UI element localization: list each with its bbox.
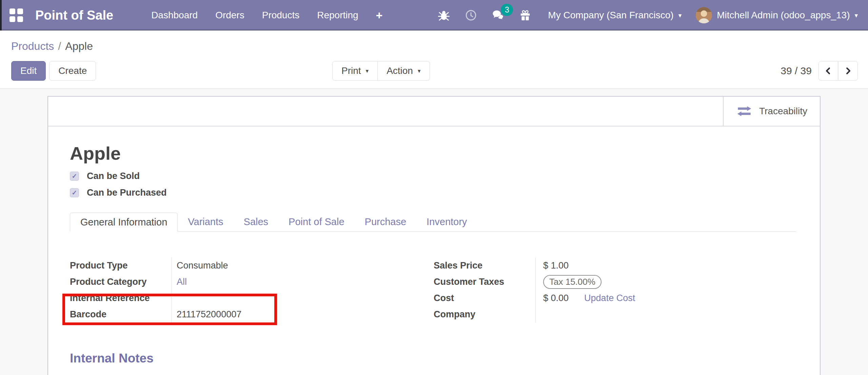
control-panel: Products/Apple Edit Create Print ▾ Actio… — [0, 31, 868, 89]
company-switcher[interactable]: My Company (San Francisco) ▾ — [548, 10, 682, 21]
can-be-sold-row: ✓ Can be Sold — [70, 168, 796, 184]
app-brand[interactable]: Point of Sale — [35, 8, 113, 23]
field-value-product-category-link[interactable]: All — [177, 277, 187, 287]
plus-menu-icon[interactable]: + — [376, 9, 383, 22]
check-icon: ✓ — [72, 172, 77, 180]
product-title: Apple — [70, 142, 796, 164]
user-name: Mitchell Admin (odoo_apps_13) — [717, 10, 850, 21]
can-be-purchased-row: ✓ Can be Purchased — [70, 184, 796, 201]
print-dropdown[interactable]: Print ▾ — [332, 61, 378, 81]
topbar-right: 3 My Company (San Francisco) ▾ — [438, 7, 858, 23]
form-sheet: Apple ✓ Can be Sold ✓ Can be Purchased G… — [48, 126, 820, 366]
checkbox-label: Can be Purchased — [87, 188, 167, 198]
notebook-tabs: General Information Variants Sales Point… — [70, 213, 796, 232]
tab-point-of-sale[interactable]: Point of Sale — [278, 213, 354, 231]
field-label-product-category: Product Category — [70, 274, 171, 290]
field-value-sales-price: $ 1.00 — [535, 257, 796, 274]
messages-button[interactable]: 3 — [492, 9, 504, 21]
content-area: Traceability Apple ✓ Can be Sold ✓ Can b… — [0, 89, 868, 375]
clock-icon[interactable] — [465, 9, 477, 21]
right-field-group: Sales Price $ 1.00 Customer Taxes Tax 15… — [434, 257, 796, 322]
control-buttons-row: Edit Create — [11, 61, 858, 81]
breadcrumb-products-link[interactable]: Products — [11, 40, 54, 52]
field-label-barcode: Barcode — [70, 306, 171, 322]
swap-arrows-icon — [736, 105, 752, 117]
pager-previous-button[interactable] — [818, 61, 838, 81]
message-count-badge: 3 — [501, 4, 513, 16]
field-label-company: Company — [434, 306, 535, 322]
tab-purchase[interactable]: Purchase — [355, 213, 417, 231]
apps-menu-icon[interactable] — [9, 8, 23, 22]
caret-down-icon: ▾ — [678, 12, 682, 19]
menu-reporting[interactable]: Reporting — [317, 10, 358, 21]
tab-sales[interactable]: Sales — [234, 213, 279, 231]
field-groups: Product Type Consumable Product Category… — [70, 257, 796, 322]
topbar: Point of Sale Dashboard Orders Products … — [0, 0, 868, 31]
gift-icon[interactable] — [519, 9, 531, 21]
chevron-left-icon — [824, 67, 832, 75]
field-label-internal-reference: Internal Reference — [70, 290, 171, 306]
field-value-company — [535, 306, 796, 322]
field-label-sales-price: Sales Price — [434, 257, 535, 274]
checkbox-can-be-sold[interactable]: ✓ — [70, 172, 79, 181]
field-value-product-type: Consumable — [171, 257, 434, 274]
left-field-group: Product Type Consumable Product Category… — [70, 257, 434, 322]
caret-down-icon: ▾ — [854, 12, 858, 19]
menu-dashboard[interactable]: Dashboard — [151, 10, 198, 21]
bug-icon[interactable] — [438, 9, 450, 21]
menu-orders[interactable]: Orders — [215, 10, 244, 21]
print-action-group: Print ▾ Action ▾ — [332, 61, 430, 81]
pager: 39 / 39 — [781, 61, 858, 81]
breadcrumb-current: Apple — [65, 40, 93, 52]
tab-variants[interactable]: Variants — [178, 213, 233, 231]
tab-inventory[interactable]: Inventory — [416, 213, 477, 231]
breadcrumb: Products/Apple — [11, 39, 858, 54]
field-value-cost: $ 0.00 — [543, 293, 569, 303]
menu-products[interactable]: Products — [262, 10, 300, 21]
breadcrumb-separator: / — [58, 40, 61, 52]
system-icons: 3 — [438, 9, 531, 21]
checkbox-label: Can be Sold — [87, 171, 140, 181]
avatar — [696, 7, 712, 23]
traceability-button[interactable]: Traceability — [723, 97, 820, 126]
update-cost-link[interactable]: Update Cost — [584, 293, 635, 303]
tax-tag: Tax 15.00% — [543, 275, 601, 289]
field-label-product-type: Product Type — [70, 257, 171, 274]
chevron-right-icon — [844, 67, 852, 75]
window-edge-strip — [0, 0, 2, 31]
caret-down-icon: ▾ — [366, 68, 369, 74]
create-button[interactable]: Create — [49, 61, 96, 81]
pager-next-button[interactable] — [838, 61, 858, 81]
field-value-internal-reference — [171, 290, 434, 306]
field-value-barcode: 2111752000007 — [171, 306, 434, 322]
action-dropdown[interactable]: Action ▾ — [378, 61, 430, 81]
internal-notes-heading: Internal Notes — [70, 351, 796, 366]
user-menu[interactable]: Mitchell Admin (odoo_apps_13) ▾ — [696, 7, 858, 23]
checkbox-can-be-purchased[interactable]: ✓ — [70, 188, 79, 197]
field-label-cost: Cost — [434, 290, 535, 306]
edit-button[interactable]: Edit — [11, 61, 46, 81]
caret-down-icon: ▾ — [418, 68, 421, 74]
field-label-customer-taxes: Customer Taxes — [434, 274, 535, 290]
pager-value: 39 / 39 — [781, 65, 812, 77]
main-menu: Dashboard Orders Products Reporting + — [151, 9, 382, 22]
check-icon: ✓ — [72, 189, 77, 197]
tab-general-information[interactable]: General Information — [70, 213, 178, 232]
form-statusbar: Traceability — [48, 97, 820, 126]
company-name: My Company (San Francisco) — [548, 10, 673, 21]
product-form-card: Traceability Apple ✓ Can be Sold ✓ Can b… — [47, 96, 821, 375]
